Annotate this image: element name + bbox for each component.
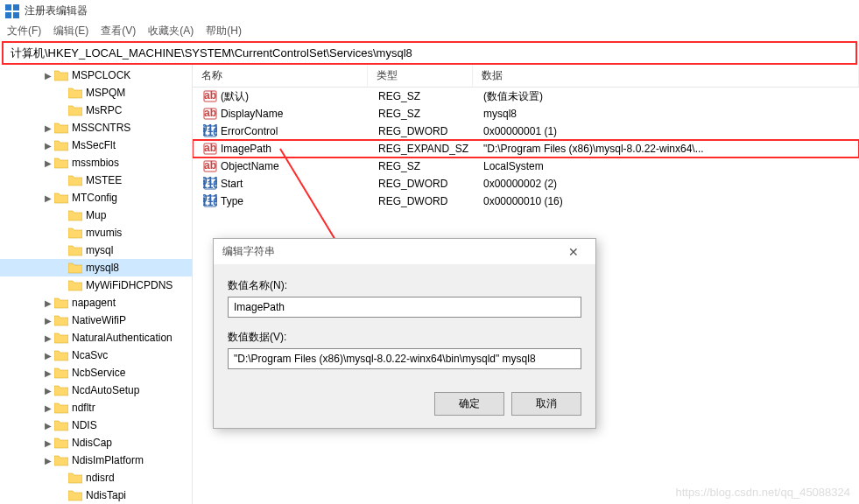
ok-button[interactable]: 确定 <box>434 392 504 416</box>
value-row-imagepath[interactable]: abImagePathREG_EXPAND_SZ"D:\Program File… <box>193 140 859 158</box>
folder-icon <box>54 384 68 396</box>
tree-item-mtconfig[interactable]: ▶MTConfig <box>0 189 192 206</box>
tree-item-ndis[interactable]: ▶NDIS <box>0 416 192 434</box>
col-header-name[interactable]: 名称 <box>193 65 368 87</box>
tree-item-label: MTConfig <box>72 192 117 204</box>
value-type: REG_DWORD <box>373 195 478 207</box>
tree-item-naturalauthentication[interactable]: ▶NaturalAuthentication <box>0 329 192 346</box>
tree-item-mspclock[interactable]: ▶MSPCLOCK <box>0 66 192 84</box>
tree-item-mssmbios[interactable]: ▶mssmbios <box>0 154 192 172</box>
tree-item-ndisrd[interactable]: ▶ndisrd <box>0 469 192 486</box>
tree-item-label: NdisCap <box>72 437 112 449</box>
tree-item-mywifidhcpdns[interactable]: ▶MyWiFiDHCPDNS <box>0 276 192 294</box>
tree-item-mstee[interactable]: ▶MSTEE <box>0 172 192 189</box>
registry-tree[interactable]: ▶MSPCLOCK▶MSPQM▶MsRPC▶MSSCNTRS▶MsSecFlt▶… <box>0 65 193 504</box>
tree-item-ncasvc[interactable]: ▶NcaSvc <box>0 346 192 364</box>
value-name: (默认) <box>221 89 249 104</box>
reg-binary-icon: 011110 <box>203 177 217 191</box>
reg-string-icon: ab <box>203 89 217 103</box>
chevron-right-icon[interactable]: ▶ <box>42 333 54 343</box>
chevron-right-icon[interactable]: ▶ <box>42 71 54 80</box>
tree-item-napagent[interactable]: ▶napagent <box>0 294 192 312</box>
folder-icon <box>54 297 68 309</box>
folder-icon <box>68 489 82 501</box>
svg-text:ab: ab <box>204 142 216 154</box>
tree-item-mysql[interactable]: ▶mysql <box>0 242 192 259</box>
reg-string-icon: ab <box>203 142 217 156</box>
svg-text:110: 110 <box>203 178 217 191</box>
folder-icon <box>54 402 68 414</box>
cancel-button[interactable]: 取消 <box>511 392 581 416</box>
col-header-data[interactable]: 数据 <box>473 65 859 87</box>
menubar: 文件(F) 编辑(E) 查看(V) 收藏夹(A) 帮助(H) <box>0 22 859 41</box>
value-row-displayname[interactable]: abDisplayNameREG_SZmysql8 <box>193 105 859 122</box>
value-type: REG_SZ <box>373 108 478 120</box>
chevron-right-icon[interactable]: ▶ <box>42 316 54 326</box>
tree-item-label: MSSCNTRS <box>72 122 130 134</box>
tree-item-ndfltr[interactable]: ▶ndfltr <box>0 399 192 416</box>
value-row-[interactable]: ab(默认)REG_SZ(数值未设置) <box>193 88 859 105</box>
chevron-right-icon[interactable]: ▶ <box>42 403 54 413</box>
dialog-title: 编辑字符串 <box>222 244 275 259</box>
tree-item-mssecflt[interactable]: ▶MsSecFlt <box>0 136 192 154</box>
menu-view[interactable]: 查看(V) <box>101 24 136 38</box>
chevron-right-icon[interactable]: ▶ <box>42 386 54 396</box>
chevron-right-icon[interactable]: ▶ <box>42 438 54 448</box>
chevron-right-icon[interactable]: ▶ <box>42 456 54 466</box>
list-header: 名称 类型 数据 <box>193 65 859 88</box>
chevron-right-icon[interactable]: ▶ <box>42 193 54 203</box>
chevron-right-icon[interactable]: ▶ <box>42 298 54 308</box>
menu-favorites[interactable]: 收藏夹(A) <box>148 24 194 38</box>
window-titlebar: 注册表编辑器 <box>0 0 859 22</box>
chevron-right-icon[interactable]: ▶ <box>42 123 54 133</box>
value-type: REG_EXPAND_SZ <box>373 143 478 155</box>
tree-item-ncdautosetup[interactable]: ▶NcdAutoSetup <box>0 382 192 399</box>
tree-item-mvumis[interactable]: ▶mvumis <box>0 224 192 242</box>
folder-icon <box>68 174 82 186</box>
value-row-start[interactable]: 011110StartREG_DWORD0x00000002 (2) <box>193 175 859 192</box>
value-data: 0x00000002 (2) <box>478 178 859 190</box>
tree-item-nativewifip[interactable]: ▶NativeWifiP <box>0 312 192 329</box>
value-name-input[interactable] <box>228 297 581 318</box>
tree-item-mysql8[interactable]: ▶mysql8 <box>0 259 192 276</box>
value-name: ObjectName <box>221 160 279 172</box>
svg-text:ab: ab <box>204 107 216 119</box>
tree-item-msrpc[interactable]: ▶MsRPC <box>0 102 192 119</box>
tree-item-label: mysql <box>86 244 113 256</box>
col-header-type[interactable]: 类型 <box>368 65 473 87</box>
chevron-right-icon[interactable]: ▶ <box>42 421 54 430</box>
value-data: LocalSystem <box>478 160 859 172</box>
tree-item-label: NdisImPlatform <box>72 454 144 466</box>
menu-file[interactable]: 文件(F) <box>7 24 41 38</box>
value-data-input[interactable] <box>228 348 581 369</box>
menu-help[interactable]: 帮助(H) <box>206 24 242 38</box>
tree-item-mspqm[interactable]: ▶MSPQM <box>0 84 192 102</box>
chevron-right-icon[interactable]: ▶ <box>42 351 54 360</box>
tree-item-label: mssmbios <box>72 157 119 169</box>
value-row-errorcontrol[interactable]: 011110ErrorControlREG_DWORD0x00000001 (1… <box>193 122 859 140</box>
folder-icon <box>54 192 68 204</box>
chevron-right-icon[interactable]: ▶ <box>42 158 54 168</box>
menu-edit[interactable]: 编辑(E) <box>53 24 88 38</box>
tree-item-ndistapi[interactable]: ▶NdisTapi <box>0 486 192 504</box>
tree-item-ndiscap[interactable]: ▶NdisCap <box>0 434 192 452</box>
svg-text:110: 110 <box>203 126 217 138</box>
value-row-type[interactable]: 011110TypeREG_DWORD0x00000010 (16) <box>193 192 859 210</box>
tree-item-label: NDIS <box>72 419 97 431</box>
value-data: 0x00000010 (16) <box>478 195 859 207</box>
chevron-right-icon[interactable]: ▶ <box>42 141 54 150</box>
value-name: DisplayName <box>221 108 283 120</box>
chevron-right-icon[interactable]: ▶ <box>42 368 54 378</box>
tree-item-ncbservice[interactable]: ▶NcbService <box>0 364 192 382</box>
address-bar[interactable] <box>7 45 852 61</box>
tree-item-label: MSPQM <box>86 87 125 99</box>
tree-item-msscntrs[interactable]: ▶MSSCNTRS <box>0 119 192 136</box>
tree-item-label: NdisTapi <box>86 489 126 501</box>
svg-rect-1 <box>13 4 19 10</box>
value-type: REG_DWORD <box>373 125 478 137</box>
tree-item-mup[interactable]: ▶Mup <box>0 206 192 224</box>
value-row-objectname[interactable]: abObjectNameREG_SZLocalSystem <box>193 158 859 175</box>
tree-item-ndisimplatform[interactable]: ▶NdisImPlatform <box>0 452 192 469</box>
tree-item-label: mvumis <box>86 227 122 239</box>
close-icon[interactable]: ✕ <box>560 245 587 259</box>
